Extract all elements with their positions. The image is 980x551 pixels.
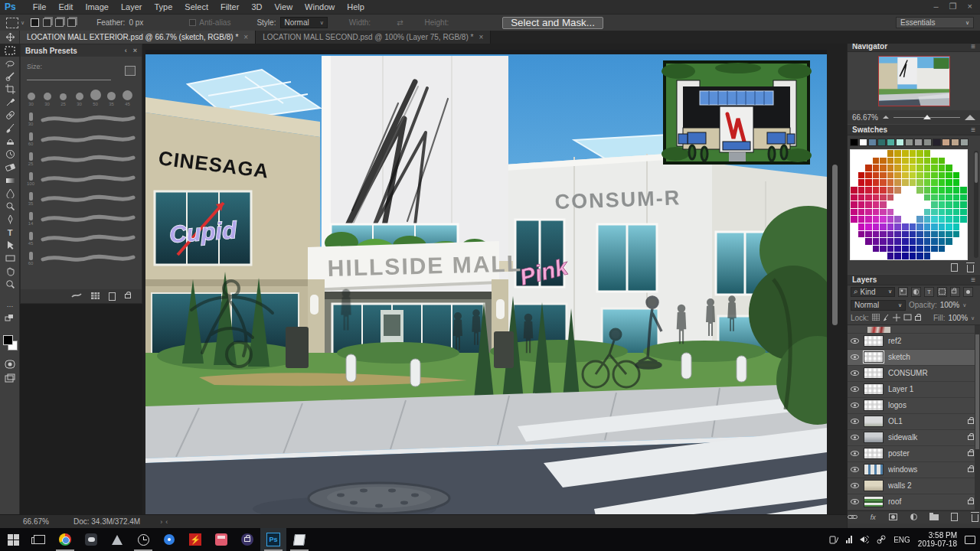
new-layer-icon[interactable] [949, 513, 960, 522]
swatch-cell[interactable] [873, 246, 880, 253]
layer-visibility-eye-icon[interactable] [851, 483, 859, 488]
swatch-cell[interactable] [946, 165, 952, 171]
opacity-value[interactable]: 100% [940, 301, 960, 309]
blend-mode-select[interactable]: Normal ∨ [851, 300, 906, 311]
swatch-cell[interactable] [939, 238, 946, 245]
layer-visibility-eye-icon[interactable] [851, 354, 859, 360]
layer-name[interactable]: ref2 [888, 337, 963, 345]
layer-name[interactable]: CONSUMR [888, 369, 963, 377]
clone-stamp-tool[interactable] [0, 135, 20, 148]
swatch-cell[interactable] [924, 201, 931, 208]
filter-pin-icon[interactable] [963, 287, 973, 297]
brush-tip[interactable]: 30 [41, 93, 53, 106]
swatch-cell[interactable] [865, 253, 872, 259]
swatch-cell[interactable] [894, 158, 901, 165]
swatch[interactable] [850, 139, 858, 146]
swatch-cell[interactable] [931, 187, 938, 194]
swatch-cell[interactable] [916, 209, 923, 216]
swatch-cell[interactable] [960, 201, 967, 208]
swatch-cell[interactable] [887, 253, 894, 259]
swatch-cell[interactable] [910, 172, 916, 179]
new-group-icon[interactable] [929, 513, 939, 522]
swatch-cell[interactable] [865, 223, 872, 230]
swatch-cell[interactable] [931, 150, 938, 157]
brush-stroke-item[interactable]: 25 [24, 149, 139, 169]
swatch[interactable] [942, 139, 950, 146]
quick-selection-tool[interactable] [0, 70, 20, 83]
swatch-cell[interactable] [887, 231, 894, 238]
swatch-cell[interactable] [865, 238, 872, 245]
swatch-cell[interactable] [880, 231, 887, 238]
paint-app-icon[interactable] [208, 528, 234, 551]
swatch-cell[interactable] [851, 216, 858, 223]
swatch-cell[interactable] [894, 231, 901, 238]
swatch-cell[interactable] [894, 246, 901, 253]
swatch-cell[interactable] [939, 194, 946, 201]
swatch-cell[interactable] [894, 187, 901, 194]
layer-filter-kind-select[interactable]: ⌕ Kind ∨ [851, 287, 895, 297]
swatch-cell[interactable] [953, 187, 960, 194]
stroke-preview-toggle-icon[interactable] [71, 292, 82, 300]
panel-menu-icon[interactable]: ≡ [971, 276, 975, 284]
feather-value[interactable]: 0 px [129, 18, 143, 27]
swatch-cell[interactable] [887, 172, 894, 179]
swatch-cell[interactable] [858, 231, 865, 238]
swatch-cell[interactable] [931, 158, 938, 165]
brush-tip[interactable]: 30 [74, 93, 85, 106]
swatch-cell[interactable] [858, 172, 865, 179]
taskbar-clock[interactable]: 3:58 PM 2019-07-18 [918, 531, 957, 548]
swatch-cell[interactable] [873, 165, 880, 171]
swatch-cell[interactable] [887, 165, 894, 171]
swatch-cell[interactable] [953, 172, 960, 179]
workspace-switcher[interactable]: Essentials ∨ [896, 17, 974, 28]
brush-stroke-item[interactable]: 60 [24, 249, 139, 269]
swatch-cell[interactable] [939, 158, 946, 165]
swatch-cell[interactable] [902, 238, 909, 245]
swatch-cell[interactable] [946, 187, 952, 194]
swatch-cell[interactable] [953, 231, 960, 238]
layer-thumbnail[interactable] [864, 432, 884, 443]
swatch-cell[interactable] [873, 187, 880, 194]
pen-tablet-icon[interactable] [829, 535, 838, 544]
layer-row[interactable]: ref2 [848, 334, 980, 350]
swatch-cell[interactable] [916, 253, 923, 259]
swatch-cell[interactable] [960, 253, 967, 259]
swatch-cell[interactable] [924, 165, 931, 171]
rectangular-marquee-tool[interactable] [0, 44, 20, 57]
layer-name[interactable]: logos [888, 401, 963, 409]
rectangle-shape-tool[interactable] [0, 252, 20, 265]
swatch-cell[interactable] [910, 253, 916, 259]
swatches-header[interactable]: Swatches ≡ [848, 124, 980, 135]
swatch-cell[interactable] [865, 187, 872, 194]
navigator-thumbnail[interactable] [878, 56, 950, 106]
photoshop-taskbar-icon[interactable]: Ps [260, 528, 286, 551]
swatch-cell[interactable] [873, 216, 880, 223]
menu-item[interactable]: View [268, 0, 299, 14]
layer-row[interactable]: poster [848, 446, 980, 462]
swatch-cell[interactable] [960, 165, 967, 171]
swatch-cell[interactable] [865, 172, 872, 179]
brush-stroke-item[interactable]: 45 [24, 229, 139, 249]
swatch-cell[interactable] [851, 209, 858, 216]
swatch-cell[interactable] [910, 223, 916, 230]
screen-mode-icon[interactable] [0, 372, 20, 384]
swatch-cell[interactable] [924, 158, 931, 165]
swatch-cell[interactable] [960, 216, 967, 223]
swatch-cell[interactable] [902, 194, 909, 201]
swatch-cell[interactable] [946, 150, 952, 157]
layer-thumbnail[interactable] [864, 335, 884, 347]
swatch-cell[interactable] [902, 246, 909, 253]
navigator-zoom-slider[interactable] [893, 117, 960, 118]
swatch-cell[interactable] [851, 246, 858, 253]
selection-mode-new[interactable] [31, 18, 39, 27]
swatch-cell[interactable] [887, 216, 894, 223]
menu-item[interactable]: Edit [52, 0, 79, 14]
swatch-cell[interactable] [916, 158, 923, 165]
brush-stroke-item[interactable]: 100 [24, 169, 139, 189]
brush-tip[interactable]: 30 [25, 93, 37, 106]
swatch-cell[interactable] [873, 209, 880, 216]
swatch-cell[interactable] [916, 194, 923, 201]
swatch-cell[interactable] [953, 246, 960, 253]
layer-name[interactable]: sketch [888, 353, 963, 361]
swatch-cell[interactable] [902, 209, 909, 216]
